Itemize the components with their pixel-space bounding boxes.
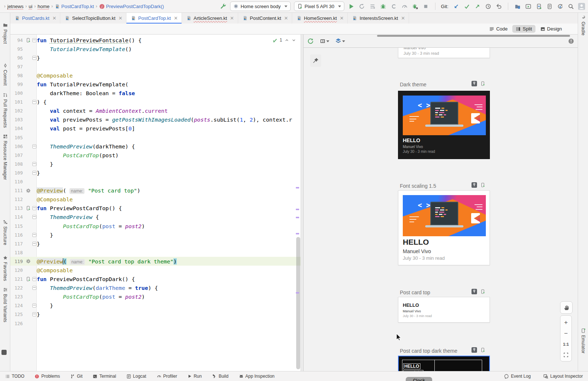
- tool-button-logcat[interactable]: Logcat: [126, 374, 146, 379]
- preview-layout-icon[interactable]: [320, 38, 329, 44]
- tool-button-build[interactable]: Build: [212, 374, 229, 379]
- fold-marker[interactable]: [32, 312, 37, 316]
- fold-marker[interactable]: [32, 38, 37, 42]
- run-preview-icon[interactable]: [25, 37, 32, 43]
- tool-button-git[interactable]: Git: [70, 374, 82, 379]
- pin-icon[interactable]: [310, 54, 321, 67]
- fold-marker[interactable]: [32, 206, 37, 210]
- fold-marker[interactable]: [32, 303, 37, 308]
- editor-tab-postcards-kt[interactable]: PostCards.kt ✕: [10, 13, 60, 24]
- close-icon[interactable]: ✕: [340, 15, 344, 21]
- run-configuration-select[interactable]: Home screen body: [230, 1, 291, 11]
- history-icon[interactable]: [484, 3, 492, 10]
- run-preview-icon[interactable]: [25, 205, 32, 211]
- view-mode-code[interactable]: Code: [486, 25, 511, 33]
- sidebar-item-gradle[interactable]: Gradle: [578, 15, 588, 36]
- inspection-widget[interactable]: 1: [273, 37, 296, 43]
- preview-card-partial[interactable]: Manuel Vivo July 30 - 3 min read: [398, 48, 490, 58]
- fold-marker[interactable]: [32, 162, 37, 166]
- zoom-in-button[interactable]: +: [564, 319, 568, 326]
- editor-preview-splitter[interactable]: [301, 35, 304, 371]
- deploy-preview-icon[interactable]: [481, 347, 485, 353]
- code-editor[interactable]: 94fun TutorialPreviewFontscale() {95 Tut…: [10, 35, 301, 371]
- close-icon[interactable]: ✕: [284, 15, 288, 21]
- sidebar-item-build-variants[interactable]: Build Variants: [0, 287, 10, 322]
- interactive-preview-icon[interactable]: [472, 347, 477, 353]
- tool-button-problems[interactable]: Problems: [35, 374, 60, 379]
- tool-button-layout-inspector[interactable]: Layout Inspector: [543, 374, 583, 379]
- fold-marker[interactable]: [32, 286, 37, 290]
- device-select[interactable]: Pixel 5 API 30: [294, 1, 344, 11]
- git-push-icon[interactable]: [474, 3, 481, 10]
- deploy-preview-icon[interactable]: [481, 289, 485, 294]
- tool-button-terminal[interactable]: Terminal: [93, 374, 116, 379]
- preview-issues-icon[interactable]: [568, 38, 574, 44]
- zoom-fit-button[interactable]: [563, 352, 569, 357]
- breadcrumb-item[interactable]: home: [37, 4, 50, 9]
- preview-horizontal-scrollbar[interactable]: [377, 35, 570, 37]
- breadcrumb-item[interactable]: ui: [29, 4, 32, 9]
- close-icon[interactable]: ✕: [401, 15, 405, 21]
- layers-icon[interactable]: [335, 38, 345, 44]
- fold-marker[interactable]: [32, 56, 37, 60]
- sidebar-item-commit[interactable]: Commit: [0, 63, 10, 86]
- deploy-preview-icon[interactable]: [481, 81, 485, 86]
- sidebar-item-structure[interactable]: Structure: [0, 220, 10, 245]
- view-mode-split[interactable]: Split: [512, 25, 535, 33]
- sidebar-item-favorites[interactable]: Favorites: [0, 255, 10, 281]
- attach-debugger-icon[interactable]: [412, 3, 419, 10]
- close-icon[interactable]: ✕: [174, 15, 178, 21]
- fold-marker[interactable]: [32, 100, 37, 104]
- pan-tool-button[interactable]: [560, 301, 573, 314]
- editor-tab-interestsscreen-kt[interactable]: InterestsScreen.kt ✕: [348, 13, 409, 24]
- editor-tab-postcontent-kt[interactable]: PostContent.kt ✕: [238, 13, 292, 24]
- run-preview-icon[interactable]: [25, 276, 32, 282]
- zoom-actual-button[interactable]: 1:1: [563, 341, 569, 348]
- tool-button-run[interactable]: Run: [187, 374, 202, 379]
- close-icon[interactable]: ✕: [52, 15, 56, 21]
- sidebar-item-resource-manager[interactable]: Resource Manager: [0, 134, 10, 180]
- interactive-preview-icon[interactable]: [472, 81, 477, 86]
- device-file-explorer-icon[interactable]: [514, 3, 521, 10]
- apply-changes-icon[interactable]: [358, 3, 366, 10]
- deploy-preview-icon[interactable]: [481, 182, 485, 188]
- breadcrumb-item[interactable]: PostCardTop.kt: [55, 4, 94, 9]
- run-button[interactable]: [348, 3, 355, 10]
- device-manager-icon[interactable]: [535, 3, 542, 10]
- sdk-manager-icon[interactable]: [546, 3, 553, 10]
- wrench-icon[interactable]: [219, 3, 227, 10]
- force-refresh-icon[interactable]: [307, 38, 314, 44]
- zoom-out-button[interactable]: −: [564, 330, 568, 337]
- preview-card-dark-image[interactable]: < >HELLOManuel VivoJuly 30 - 3 min read: [398, 91, 490, 159]
- close-icon[interactable]: ✕: [118, 15, 122, 21]
- stop-button[interactable]: [422, 3, 430, 10]
- git-commit-icon[interactable]: [463, 3, 470, 10]
- breadcrumb-item[interactable]: jetnews: [7, 4, 24, 9]
- preview-card-dark-bounds[interactable]: HELLOManuel Vivo: [398, 356, 490, 371]
- preview-card-light-text[interactable]: HELLOManuel VivoJuly 30 - 3 min read: [398, 297, 490, 323]
- fold-marker[interactable]: [32, 233, 37, 237]
- prev-issue-icon[interactable]: [284, 38, 289, 43]
- fold-marker[interactable]: [32, 277, 37, 281]
- interactive-preview-icon[interactable]: [472, 289, 477, 294]
- preview-settings-icon[interactable]: [25, 259, 32, 264]
- fold-marker[interactable]: [32, 215, 37, 219]
- profile-app-icon[interactable]: [390, 3, 398, 10]
- preview-settings-icon[interactable]: [25, 188, 32, 193]
- editor-tab-selecttopicbutton-kt[interactable]: SelectTopicButton.kt ✕: [60, 13, 126, 24]
- gradle-sync-icon[interactable]: [556, 3, 564, 10]
- breadcrumb-item[interactable]: fPreviewPostCardTopDark(): [99, 4, 164, 9]
- view-mode-design[interactable]: Design: [537, 25, 565, 33]
- editor-tab-postcardtop-kt[interactable]: PostCardTop.kt ✕: [126, 13, 182, 24]
- editor-tab-articlescreen-kt[interactable]: ArticleScreen.kt ✕: [182, 13, 238, 24]
- tool-button-event-log[interactable]: Event Log: [504, 374, 531, 379]
- debug-button[interactable]: [380, 3, 387, 10]
- search-icon[interactable]: [567, 3, 574, 10]
- gauge-icon[interactable]: [401, 3, 408, 10]
- apply-code-changes-icon[interactable]: [369, 3, 376, 10]
- close-icon[interactable]: ✕: [230, 15, 234, 21]
- avatar[interactable]: [578, 3, 585, 10]
- tool-button-app-inspection[interactable]: App Inspection: [239, 374, 275, 379]
- next-issue-icon[interactable]: [291, 38, 296, 43]
- git-update-icon[interactable]: [452, 3, 460, 10]
